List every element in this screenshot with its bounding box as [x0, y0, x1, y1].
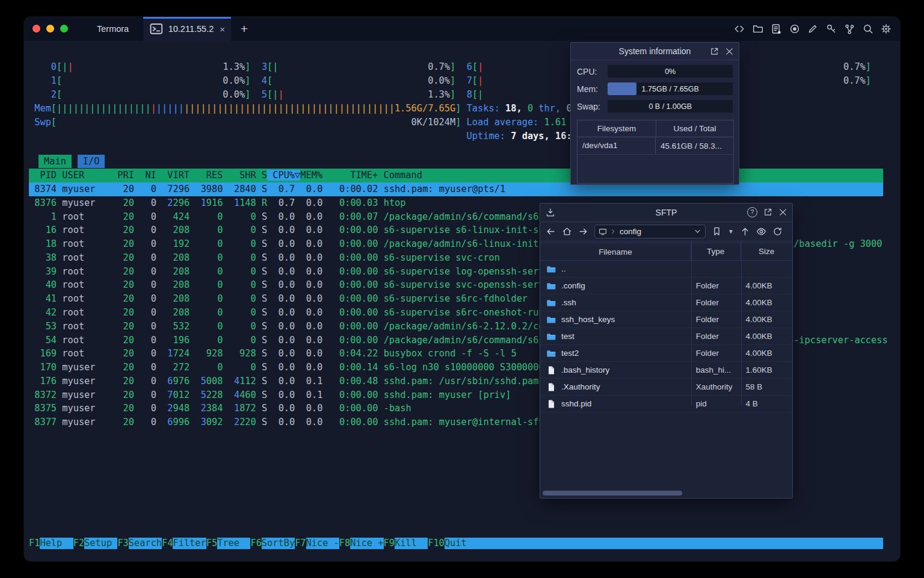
folder-icon — [546, 349, 556, 358]
minimize-window-button[interactable] — [46, 25, 54, 33]
new-tab-button[interactable]: + — [236, 20, 253, 37]
folder-icon — [546, 264, 556, 274]
home-tab-label: Termora — [97, 24, 129, 34]
forward-icon[interactable] — [578, 226, 588, 237]
monitor-icon — [599, 228, 607, 236]
refresh-icon[interactable] — [772, 226, 783, 237]
file-table-header[interactable]: Filename Type Size — [540, 243, 792, 261]
fkey-F10[interactable]: F10 — [428, 538, 445, 549]
column-type[interactable]: Type — [691, 243, 741, 260]
terminal-meter-line: 1[ 0.0%] 4[ 0.0%] 7[| 0.7%] — [29, 74, 883, 88]
file-row[interactable]: testFolder4.00KB — [540, 328, 792, 345]
file-row[interactable]: .. — [540, 261, 792, 278]
zoom-window-button[interactable] — [60, 25, 68, 33]
tab-termora-home[interactable]: Termora — [83, 17, 137, 41]
folder-icon — [546, 298, 556, 308]
fs-header-filesystem: Filesystem — [578, 120, 656, 137]
file-row[interactable]: sshd.pidpid4 B — [540, 396, 792, 412]
fkey-F4[interactable]: F4 — [162, 538, 173, 549]
file-row[interactable]: ssh_host_keysFolder4.00KB — [540, 311, 792, 328]
fkey-F2[interactable]: F2 — [73, 538, 84, 549]
file-row[interactable]: .configFolder4.00KB — [540, 278, 792, 294]
up-icon[interactable] — [740, 226, 750, 237]
folder-icon — [546, 281, 556, 291]
fkey-F5[interactable]: F5 — [206, 538, 217, 549]
fkey-action-Quit[interactable]: Quit — [445, 538, 883, 549]
file-size: 4.00KB — [740, 332, 792, 341]
branch-icon[interactable] — [844, 23, 855, 34]
bookmark-icon[interactable] — [712, 226, 722, 237]
process-row[interactable]: 8374 myuser 20 0 7296 3980 2840 S 0.7 0.… — [29, 182, 883, 196]
fkey-action-Kill[interactable]: Kill — [395, 538, 428, 549]
help-icon[interactable]: ? — [747, 207, 757, 217]
htop-tab-io[interactable]: I/O — [78, 155, 105, 168]
fkey-F9[interactable]: F9 — [384, 538, 395, 549]
mem-label: Mem: — [577, 84, 608, 94]
close-icon[interactable] — [778, 208, 787, 217]
process-table-header[interactable]: PID USER PRI NI VIRT RES SHR S CPU%▽MEM%… — [29, 169, 883, 182]
edit-icon[interactable] — [807, 23, 818, 34]
file-type: Folder — [691, 315, 741, 324]
caret-down-icon[interactable]: ▼ — [728, 228, 734, 235]
open-in-window-icon[interactable] — [763, 208, 772, 217]
file-row[interactable]: .sshFolder4.00KB — [540, 294, 792, 311]
filesystem-row[interactable]: /dev/vda1 45.61GB / 58.3... — [578, 137, 733, 155]
htop-screen-tabs: Main I/O — [38, 155, 105, 168]
search-icon[interactable] — [863, 23, 873, 34]
fkey-action-Help[interactable]: Help — [40, 538, 73, 549]
record-icon[interactable] — [789, 23, 800, 34]
fkey-F6[interactable]: F6 — [250, 538, 261, 549]
column-size[interactable]: Size — [740, 243, 792, 260]
fkey-action-Tree[interactable]: Tree — [217, 538, 250, 549]
fkey-F1[interactable]: F1 — [29, 538, 40, 549]
key-icon[interactable] — [826, 23, 837, 34]
mem-progress-text: 1.75GB / 7.65GB — [608, 82, 733, 95]
horizontal-scrollbar[interactable] — [543, 491, 682, 496]
folder-icon[interactable] — [753, 23, 763, 34]
fkey-F8[interactable]: F8 — [339, 538, 350, 549]
file-row[interactable]: .XauthorityXauthority58 B — [540, 379, 792, 396]
code-icon[interactable] — [734, 23, 745, 34]
filesystem-table: Filesystem Used / Total /dev/vda1 45.61G… — [577, 120, 734, 184]
file-size: 1.60KB — [740, 365, 792, 374]
back-icon[interactable] — [546, 226, 556, 237]
settings-icon[interactable] — [881, 23, 892, 34]
fkey-action-Setup[interactable]: Setup — [84, 538, 117, 549]
download-icon[interactable] — [546, 208, 555, 217]
file-type: Folder — [691, 281, 741, 290]
close-window-button[interactable] — [32, 25, 40, 33]
mem-progress-bar: 1.75GB / 7.65GB — [608, 82, 733, 95]
file-row[interactable]: .bash_historybash_hi...1.60KB — [540, 362, 792, 379]
htop-tab-main[interactable]: Main — [38, 155, 72, 168]
fkey-action-Nice[interactable]: Nice - — [306, 538, 339, 549]
traffic-lights — [32, 25, 68, 33]
fkey-F3[interactable]: F3 — [117, 538, 128, 549]
file-icon — [546, 365, 556, 375]
fkey-action-Search[interactable]: Search — [129, 538, 162, 549]
file-type: pid — [691, 399, 741, 408]
file-name: .bash_history — [561, 365, 691, 374]
function-key-bar: F1Help F2Setup F3SearchF4FilterF5Tree F6… — [29, 538, 883, 549]
eye-icon[interactable] — [756, 226, 766, 237]
close-icon[interactable] — [725, 47, 734, 56]
log-icon[interactable] — [771, 23, 781, 34]
fkey-action-SortBy[interactable]: SortBy — [262, 538, 295, 549]
fs-used-total: 45.61GB / 58.3... — [656, 141, 733, 151]
column-filename[interactable]: Filename — [540, 247, 691, 256]
home-icon[interactable] — [562, 226, 572, 237]
sftp-titlebar: SFTP ? — [540, 204, 792, 222]
tab-session[interactable]: 10.211.55.2 × — [143, 17, 231, 41]
file-size: 4.00KB — [740, 281, 792, 290]
file-name: .config — [561, 281, 691, 290]
fkey-action-Nice[interactable]: Nice + — [350, 538, 383, 549]
open-in-window-icon[interactable] — [710, 47, 719, 56]
close-tab-icon[interactable]: × — [220, 24, 225, 34]
cpu-progress-bar: 0% — [608, 65, 733, 78]
fkey-F7[interactable]: F7 — [295, 538, 306, 549]
file-name: ssh_host_keys — [561, 315, 691, 324]
chevron-down-icon[interactable] — [694, 228, 701, 235]
fkey-action-Filter[interactable]: Filter — [173, 538, 206, 549]
file-name: .. — [561, 264, 691, 273]
path-breadcrumb[interactable]: config — [594, 225, 706, 238]
file-row[interactable]: test2Folder4.00KB — [540, 345, 792, 362]
